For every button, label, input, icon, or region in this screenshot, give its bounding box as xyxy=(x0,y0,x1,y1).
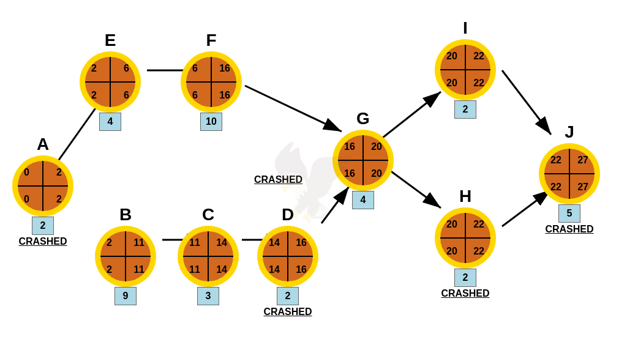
node-C-tl: 11 xyxy=(189,237,200,248)
node-J-crashed: CRASHED xyxy=(545,224,593,235)
node-A-tl: 0 xyxy=(24,167,29,178)
node-D-edge: 2 xyxy=(277,287,299,305)
node-A-circle: 0 2 0 2 xyxy=(12,155,73,217)
node-C-inner: 11 14 11 14 xyxy=(183,231,233,281)
node-F-bl: 6 xyxy=(192,90,198,101)
node-C-bl: 11 xyxy=(189,264,200,275)
node-H: H 20 22 20 22 2 CRASHED xyxy=(435,187,496,299)
node-E-tl: 2 xyxy=(91,63,97,74)
node-I-circle: 20 22 20 22 xyxy=(435,39,496,100)
node-E-tr: 6 xyxy=(124,63,129,74)
node-I-label: I xyxy=(463,18,468,38)
node-I-bl: 20 xyxy=(446,78,457,89)
node-I: I 20 22 20 22 2 xyxy=(435,18,496,119)
node-B-circle: 2 11 2 11 xyxy=(95,226,156,287)
node-E: E 2 6 2 6 4 xyxy=(80,31,141,131)
node-I-tr: 22 xyxy=(473,51,484,62)
node-A-br: 2 xyxy=(56,194,62,205)
node-A-edge: 2 xyxy=(32,217,54,235)
node-F-tr: 16 xyxy=(219,63,230,74)
node-B-br: 11 xyxy=(133,264,145,275)
node-G: G 16 20 16 20 4 CRASHED xyxy=(332,109,394,209)
node-D-inner: 14 16 14 16 xyxy=(263,231,313,281)
node-G-circle: 16 20 16 20 xyxy=(332,130,394,191)
node-H-br: 22 xyxy=(473,246,484,257)
node-H-label: H xyxy=(459,187,471,206)
node-J-edge: 5 xyxy=(558,204,580,223)
node-I-br: 22 xyxy=(473,78,484,89)
node-J-tr: 27 xyxy=(577,155,588,166)
node-E-label: E xyxy=(105,31,116,50)
node-J-inner: 22 27 22 27 xyxy=(544,149,595,199)
node-F-edge: 10 xyxy=(200,113,222,131)
node-D: D 14 16 14 16 2 CRASHED xyxy=(257,205,318,318)
node-B: B 2 11 2 11 9 xyxy=(95,205,156,305)
node-E-bl: 2 xyxy=(91,90,97,101)
node-C-tr: 14 xyxy=(216,237,227,248)
node-G-tr: 20 xyxy=(371,141,382,152)
node-C-br: 14 xyxy=(216,264,227,275)
node-J-bl: 22 xyxy=(550,182,561,193)
node-A: A 0 2 0 2 2 CRASHED xyxy=(12,135,73,247)
node-D-tl: 14 xyxy=(269,237,280,248)
node-J: J 22 27 22 27 5 CRASHED xyxy=(539,122,600,235)
node-B-bl: 2 xyxy=(107,264,112,275)
node-G-tl: 16 xyxy=(344,141,355,152)
node-I-edge: 2 xyxy=(454,100,476,119)
node-F-inner: 6 16 6 16 xyxy=(186,57,236,107)
node-A-label: A xyxy=(37,135,49,154)
node-C: C 11 14 11 14 3 xyxy=(178,205,239,305)
node-G-bl: 16 xyxy=(344,168,355,179)
node-D-bl: 14 xyxy=(269,264,280,275)
node-C-edge: 3 xyxy=(197,287,219,305)
node-H-circle: 20 22 20 22 xyxy=(435,207,496,269)
node-E-inner: 2 6 2 6 xyxy=(85,57,135,107)
node-B-inner: 2 11 2 11 xyxy=(100,231,151,281)
node-A-tr: 2 xyxy=(56,167,62,178)
node-G-crashed-left: CRASHED xyxy=(254,174,302,185)
node-B-tr: 11 xyxy=(133,237,145,248)
node-H-inner: 20 22 20 22 xyxy=(440,213,490,263)
node-H-crashed: CRASHED xyxy=(441,288,489,299)
node-F-circle: 6 16 6 16 xyxy=(181,51,242,113)
node-E-circle: 2 6 2 6 xyxy=(80,51,141,113)
node-H-tl: 20 xyxy=(446,219,457,230)
node-F-tl: 6 xyxy=(192,63,198,74)
node-G-br: 20 xyxy=(371,168,382,179)
node-E-br: 6 xyxy=(124,90,129,101)
node-C-label: C xyxy=(202,205,214,225)
node-C-circle: 11 14 11 14 xyxy=(178,226,239,287)
node-B-label: B xyxy=(119,205,132,225)
svg-line-3 xyxy=(245,86,342,132)
node-E-edge: 4 xyxy=(99,113,121,131)
node-G-label: G xyxy=(356,109,370,128)
node-D-label: D xyxy=(282,205,294,225)
node-G-inner: 16 20 16 20 xyxy=(338,135,388,185)
node-D-circle: 14 16 14 16 xyxy=(257,226,318,287)
node-H-tr: 22 xyxy=(473,219,484,230)
node-H-bl: 20 xyxy=(446,246,457,257)
node-D-br: 16 xyxy=(296,264,307,275)
node-J-circle: 22 27 22 27 xyxy=(539,143,600,204)
node-J-label: J xyxy=(565,122,574,142)
node-G-edge: 4 xyxy=(352,191,374,209)
node-I-inner: 20 22 20 22 xyxy=(440,45,490,95)
node-B-edge: 9 xyxy=(115,287,137,305)
node-F: F 6 16 6 16 10 xyxy=(181,31,242,131)
node-H-edge: 2 xyxy=(454,269,476,287)
node-A-inner: 0 2 0 2 xyxy=(18,161,68,211)
node-J-tl: 22 xyxy=(550,155,561,166)
node-J-br: 27 xyxy=(577,182,588,193)
node-D-tr: 16 xyxy=(296,237,307,248)
node-F-label: F xyxy=(206,31,216,50)
node-A-bl: 0 xyxy=(24,194,29,205)
node-F-br: 16 xyxy=(219,90,230,101)
node-B-tl: 2 xyxy=(107,237,112,248)
node-D-crashed: CRASHED xyxy=(263,306,312,318)
node-A-crashed: CRASHED xyxy=(18,236,67,247)
node-I-tl: 20 xyxy=(446,51,457,62)
